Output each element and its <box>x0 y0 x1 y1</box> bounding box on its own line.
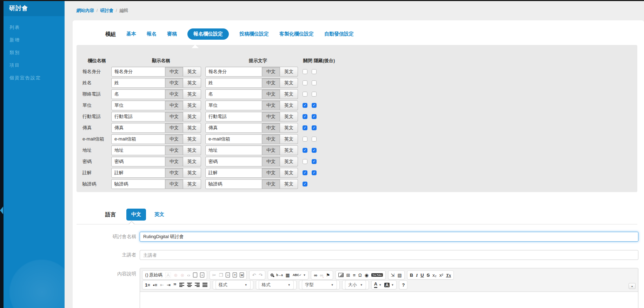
paste-word-icon[interactable]: W <box>240 271 244 279</box>
sidebar-item[interactable]: 個資宣告設定 <box>4 72 65 84</box>
close-checkbox[interactable]: ✓ <box>303 182 307 186</box>
close-checkbox[interactable]: ✓ <box>303 114 307 119</box>
display-name-input[interactable] <box>111 67 165 77</box>
blockquote-icon[interactable]: ” <box>173 281 177 289</box>
hint-text-input[interactable] <box>205 67 262 77</box>
sidebar-item[interactable]: 項目 <box>4 59 65 72</box>
hint-text-en-button[interactable]: 英文 <box>280 179 298 189</box>
select-all-icon[interactable]: ▦ <box>286 271 290 279</box>
display-name-input[interactable] <box>111 145 165 155</box>
hint-text-en-button[interactable]: 英文 <box>280 67 298 77</box>
display-name-en-button[interactable]: 英文 <box>183 100 201 110</box>
tab-inactive[interactable]: 投稿欄位設定 <box>239 31 269 37</box>
hint-text-zh-button[interactable]: 中文 <box>262 112 280 122</box>
hint-text-zh-button[interactable]: 中文 <box>262 89 280 99</box>
close-checkbox[interactable]: ✓ <box>303 148 307 153</box>
maximize-icon[interactable]: ⇲ <box>391 271 395 279</box>
display-name-input[interactable] <box>111 179 165 189</box>
paste-text-icon[interactable]: T <box>233 271 237 279</box>
hint-text-en-button[interactable]: 英文 <box>280 123 298 133</box>
close-checkbox[interactable]: ✓ <box>303 103 307 108</box>
display-name-en-button[interactable]: 英文 <box>183 157 201 166</box>
hide-checkbox[interactable]: ✓ <box>312 170 317 175</box>
display-name-en-button[interactable]: 英文 <box>183 112 201 122</box>
styles-select[interactable]: 樣式▼ <box>215 280 251 289</box>
hint-text-input[interactable] <box>205 179 262 189</box>
display-name-en-button[interactable]: 英文 <box>183 89 201 99</box>
close-checkbox[interactable]: ✓ <box>303 125 307 130</box>
sidebar-item[interactable]: 列表 <box>4 21 65 34</box>
hide-checkbox[interactable] <box>312 92 317 97</box>
display-name-zh-button[interactable]: 中文 <box>165 89 183 99</box>
show-blocks-icon[interactable]: ▧ <box>398 271 402 279</box>
hint-text-zh-button[interactable]: 中文 <box>262 67 280 77</box>
display-name-en-button[interactable]: 英文 <box>183 78 201 88</box>
about-icon[interactable]: ? <box>402 281 405 289</box>
anchor-icon[interactable]: ⚑ <box>326 271 330 279</box>
strike-icon[interactable]: S <box>427 271 430 279</box>
underline-icon[interactable]: U <box>420 271 424 279</box>
display-name-input[interactable] <box>111 157 165 166</box>
display-name-en-button[interactable]: 英文 <box>183 168 201 178</box>
hint-text-input[interactable] <box>205 145 262 155</box>
hide-checkbox[interactable]: ✓ <box>312 159 317 164</box>
close-checkbox[interactable] <box>303 69 307 74</box>
tab-inactive[interactable]: 客製化欄位設定 <box>279 31 314 37</box>
hint-text-zh-button[interactable]: 中文 <box>262 168 280 178</box>
display-name-input[interactable] <box>111 168 165 178</box>
breadcrumb-link[interactable]: 研討會 <box>100 8 113 13</box>
hint-text-input[interactable] <box>205 78 262 88</box>
bold-icon[interactable]: B <box>410 271 413 279</box>
display-name-zh-button[interactable]: 中文 <box>165 179 183 189</box>
hint-text-zh-button[interactable]: 中文 <box>262 179 280 189</box>
breadcrumb-link[interactable]: 網站內容 <box>77 8 94 13</box>
hide-checkbox[interactable]: ✓ <box>312 114 317 119</box>
hide-checkbox[interactable] <box>312 137 317 142</box>
hint-text-en-button[interactable]: 英文 <box>280 157 298 166</box>
display-name-zh-button[interactable]: 中文 <box>165 145 183 155</box>
seminar-name-input[interactable] <box>140 232 638 242</box>
link-icon[interactable]: ∞ <box>314 271 317 279</box>
bullet-list-icon[interactable]: •≡ <box>153 281 157 289</box>
hide-checkbox[interactable]: ✓ <box>312 125 317 130</box>
display-name-input[interactable] <box>111 100 165 110</box>
display-name-zh-button[interactable]: 中文 <box>165 100 183 110</box>
align-justify-icon[interactable] <box>203 281 207 289</box>
format-select[interactable]: 格式▼ <box>259 280 294 289</box>
display-name-en-button[interactable]: 英文 <box>183 67 201 77</box>
hr-icon[interactable]: ≡ <box>353 271 356 279</box>
spellcheck-icon[interactable]: ABC✓▼ <box>293 271 306 279</box>
hint-text-en-button[interactable]: 英文 <box>280 100 298 110</box>
display-name-zh-button[interactable]: 中文 <box>165 168 183 178</box>
hint-text-en-button[interactable]: 英文 <box>280 145 298 155</box>
display-name-en-button[interactable]: 英文 <box>183 145 201 155</box>
hint-text-zh-button[interactable]: 中文 <box>262 100 280 110</box>
toolbar-collapse-button[interactable]: ▲ <box>629 283 636 289</box>
youtube-icon[interactable]: You Tube <box>371 271 383 279</box>
speaker-input[interactable] <box>140 250 638 260</box>
display-name-zh-button[interactable]: 中文 <box>165 157 183 166</box>
close-checkbox[interactable] <box>303 137 307 142</box>
paste-icon[interactable]: ≡ <box>226 271 230 279</box>
display-name-zh-button[interactable]: 中文 <box>165 78 183 88</box>
close-checkbox[interactable]: ✓ <box>303 170 307 175</box>
remove-format-icon[interactable]: Tx <box>446 271 451 279</box>
display-name-zh-button[interactable]: 中文 <box>165 112 183 122</box>
display-name-input[interactable] <box>111 123 165 133</box>
sidebar-item[interactable]: 新增 <box>4 34 65 46</box>
bg-color-icon[interactable]: A▼ <box>384 281 394 289</box>
hide-checkbox[interactable]: ✓ <box>312 103 317 108</box>
display-name-zh-button[interactable]: 中文 <box>165 134 183 144</box>
hide-checkbox[interactable] <box>312 80 317 85</box>
tab-inactive[interactable]: 基本 <box>126 31 136 37</box>
align-right-icon[interactable] <box>195 281 200 289</box>
display-name-zh-button[interactable]: 中文 <box>165 67 183 77</box>
editor-content-area[interactable] <box>140 292 638 308</box>
hint-text-en-button[interactable]: 英文 <box>280 78 298 88</box>
hint-text-zh-button[interactable]: 中文 <box>262 134 280 144</box>
language-option[interactable]: 英文 <box>154 211 164 218</box>
new-page-icon[interactable] <box>193 271 197 279</box>
subscript-icon[interactable]: x₂ <box>432 271 437 279</box>
tab-inactive[interactable]: 報名 <box>147 31 157 37</box>
hide-checkbox[interactable] <box>312 69 317 74</box>
